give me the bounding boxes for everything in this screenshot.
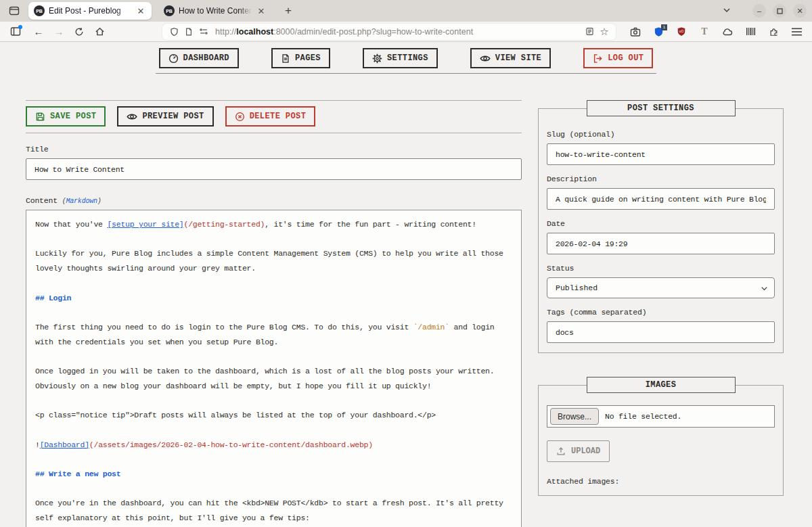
date-input[interactable] (547, 233, 775, 254)
admin-nav: DASHBOARD PAGES SETTINGS VIEW SITE LOG O… (0, 48, 812, 68)
description-label: Description (547, 175, 775, 183)
tags-label: Tags (comma separated) (547, 308, 775, 317)
file-input[interactable]: Browse... No file selected. (547, 405, 775, 428)
delete-post-button[interactable]: DELETE POST (225, 106, 316, 127)
browser-toolbar: ← → http://localhost:8000/admin/edit-pos… (0, 22, 812, 42)
page-info-icon[interactable] (181, 24, 196, 40)
upload-icon (556, 446, 566, 456)
firefox-view-icon[interactable] (5, 3, 23, 19)
divider (26, 100, 522, 101)
nav-dashboard-button[interactable]: DASHBOARD (159, 48, 239, 68)
logout-icon (593, 53, 603, 64)
title-label: Title (26, 145, 522, 154)
content-editor[interactable]: Now that you've [setup your site](/getti… (26, 210, 522, 527)
menu-hamburger-icon[interactable] (788, 24, 805, 40)
status-label: Status (547, 264, 775, 273)
document-icon (281, 53, 290, 64)
url-bar[interactable]: http://localhost:8000/admin/edit-post.ph… (162, 24, 616, 40)
gauge-icon (168, 53, 179, 64)
editor-line: Obviously on a new blog your dashboard w… (35, 379, 512, 394)
post-action-row: SAVE POST PREVIEW POST DELETE POST (26, 106, 522, 127)
bitwarden-extension-icon[interactable]: 1 (650, 24, 667, 40)
editor-line (35, 232, 512, 247)
pureblog-favicon: PB (164, 5, 175, 16)
editor-line: self explanatory at this point, but I'll… (35, 511, 512, 526)
extensions-puzzle-icon[interactable] (765, 24, 782, 40)
reader-mode-icon[interactable] (582, 24, 597, 40)
editor-line (35, 452, 512, 467)
markdown-link[interactable]: Markdown (66, 198, 97, 205)
editor-line: ## Login (35, 291, 512, 306)
editor-line: Now that you've [setup your site](/getti… (35, 217, 512, 232)
bitwarden-badge: 1 (661, 24, 667, 30)
barcode-extension-icon[interactable] (742, 24, 759, 40)
nav-divider (156, 73, 656, 74)
home-icon[interactable] (91, 24, 108, 40)
tab-title: How to Write Content - Pure (179, 6, 252, 16)
cloud-extension-icon[interactable] (719, 24, 736, 40)
editor-line: Once you're in the dashboard, you can hi… (35, 496, 512, 511)
editor-line (35, 349, 512, 364)
editor-line: ![Dashboard](/assets/images/2026-02-04-h… (35, 438, 512, 453)
url-text: http://localhost:8000/admin/edit-post.ph… (215, 27, 582, 37)
content-label: Content (Markdown) (26, 196, 522, 205)
save-post-button[interactable]: SAVE POST (26, 106, 106, 127)
sidebar-toggle-icon[interactable] (7, 24, 24, 40)
window-close-button[interactable]: ✕ (793, 4, 807, 18)
back-icon[interactable]: ← (30, 24, 47, 40)
window-maximize-button[interactable] (773, 4, 786, 18)
editor-line: with the credentials you set when you se… (35, 335, 512, 350)
editor-line (35, 305, 512, 320)
eye-icon (127, 112, 137, 121)
eye-icon (480, 54, 491, 63)
editor-line: ## Write a new post (35, 467, 512, 482)
upload-button[interactable]: UPLOAD (547, 440, 610, 462)
cms-page: DASHBOARD PAGES SETTINGS VIEW SITE LOG O… (0, 42, 812, 527)
images-legend: IMAGES (587, 377, 736, 393)
post-sidebar-column: POST SETTINGS Slug (optional) Descriptio… (538, 100, 784, 527)
nav-pages-button[interactable]: PAGES (271, 48, 330, 68)
preview-post-button[interactable]: PREVIEW POST (117, 106, 213, 127)
status-select[interactable]: Published (547, 277, 775, 298)
gear-icon (372, 53, 382, 64)
editor-line: Once logged in you will be taken to the … (35, 364, 512, 379)
tab-how-to-write-content[interactable]: PB How to Write Content - Pure ✕ (158, 2, 272, 20)
editor-line (35, 482, 512, 497)
tags-input[interactable] (547, 321, 775, 343)
no-file-text: No file selected. (605, 412, 681, 421)
permissions-icon[interactable] (196, 24, 211, 40)
reload-icon[interactable] (70, 24, 88, 40)
nav-log-out-button[interactable]: LOG OUT (583, 48, 653, 68)
tab-close-icon[interactable]: ✕ (256, 6, 267, 16)
svg-text:uO: uO (679, 30, 684, 33)
t-extension-icon[interactable]: T (696, 24, 713, 40)
tab-close-icon[interactable]: ✕ (135, 6, 146, 16)
description-input[interactable] (547, 188, 775, 210)
editor-line: lovely thoughts swirling around your gre… (35, 261, 512, 276)
nav-view-site-button[interactable]: VIEW SITE (470, 48, 551, 68)
ublock-extension-icon[interactable]: uO (673, 24, 690, 40)
tab-title: Edit Post - Pureblog (49, 6, 131, 16)
window-minimize-button[interactable]: – (752, 4, 766, 18)
pureblog-favicon: PB (34, 5, 45, 16)
editor-line: Luckily for you, Pure Blog includes a si… (35, 246, 512, 261)
circle-x-icon (235, 112, 245, 122)
editor-line: The first thing you need to do is login … (35, 320, 512, 335)
slug-input[interactable] (547, 143, 775, 165)
browse-button[interactable]: Browse... (550, 408, 599, 425)
date-label: Date (547, 219, 775, 228)
post-editor-column: SAVE POST PREVIEW POST DELETE POST Title… (26, 100, 522, 527)
bookmark-star-icon[interactable]: ☆ (597, 24, 612, 40)
editor-line (35, 393, 512, 408)
tracking-protection-shield-icon[interactable] (166, 24, 181, 40)
forward-icon[interactable]: → (50, 24, 68, 40)
new-tab-button[interactable]: + (280, 4, 296, 18)
tab-edit-post[interactable]: PB Edit Post - Pureblog ✕ (28, 2, 152, 20)
editor-line: <p class="notice tip">Draft posts will a… (35, 408, 512, 423)
notification-dot (18, 25, 22, 29)
list-tabs-chevron-icon[interactable] (723, 5, 731, 17)
title-input[interactable] (26, 158, 522, 180)
nav-settings-button[interactable]: SETTINGS (363, 48, 438, 68)
divider (26, 133, 522, 133)
screenshot-camera-icon[interactable] (627, 24, 644, 40)
